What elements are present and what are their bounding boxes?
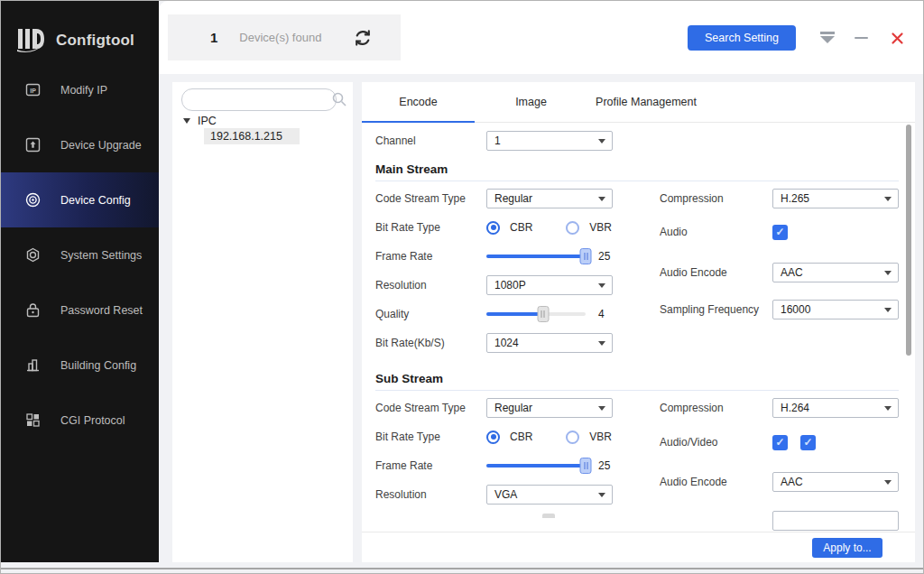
audio-encode-select[interactable]: AAC [772,472,899,492]
chevron-down-icon [884,271,892,275]
code-stream-type-row: Code Stream Type Regular [375,398,651,418]
resolution-value: 1080P [494,279,526,292]
sub-stream-left-column: Code Stream Type Regular Bit Rate Type C… [375,398,651,514]
form-footer: Apply to... [362,532,915,562]
resolution-select[interactable]: VGA [486,485,613,505]
device-search-input[interactable] [181,88,337,111]
audio-encode-label: Audio Encode [660,476,772,488]
tree-group-ipc[interactable]: IPC [183,115,217,127]
tab-image[interactable]: Image [475,82,587,122]
password-reset-icon [25,302,41,318]
sampling-frequency-label: Sampling Frequency [660,303,772,316]
tab-profile-management[interactable]: Profile Management [587,82,705,122]
slider-handle[interactable] [580,248,592,264]
resolution-row: Resolution 1080P [375,275,651,295]
sub-stream-title: Sub Stream [375,372,443,385]
frame-rate-row: Frame Rate 25 [375,246,651,266]
quality-row: Quality 4 [375,304,651,324]
code-stream-type-label: Code Stream Type [375,402,486,414]
frame-rate-value: 25 [598,250,610,263]
tree-group-label: IPC [198,115,217,127]
code-stream-type-select[interactable]: Regular [486,398,613,418]
compression-select[interactable]: H.264 [772,398,899,418]
apply-to-button[interactable]: Apply to... [812,538,882,558]
channel-row: Channel 1 [375,131,651,151]
chevron-down-icon [598,139,605,144]
resolution-row: Resolution VGA [375,485,651,505]
bit-rate-row: Bit Rate(Kb/S) 1024 [375,333,651,353]
radio-vbr[interactable] [566,221,579,235]
chevron-down-icon [598,406,605,411]
app-title: Configtool [56,32,134,50]
sidebar-item-label: CGI Protocol [60,414,125,427]
compression-select[interactable]: H.265 [772,189,899,208]
sidebar-item-system-settings[interactable]: System Settings [1,227,159,282]
slider-handle[interactable] [537,306,549,322]
sidebar-item-label: System Settings [60,249,142,262]
device-config-icon [25,192,41,208]
sidebar-item-label: Password Reset [60,304,143,317]
search-setting-button[interactable]: Search Setting [688,25,796,51]
sidebar-item-label: Device Config [60,194,131,207]
bit-rate-select[interactable]: 1024 [486,333,613,353]
audio-encode-row: Audio Encode AAC [660,472,901,492]
search-icon[interactable] [331,91,347,111]
audio-encode-select[interactable]: AAC [772,263,899,282]
close-icon[interactable] [887,28,907,48]
quality-slider[interactable] [486,305,586,323]
main-stream-title: Main Stream [375,162,448,176]
tab-encode[interactable]: Encode [362,82,475,122]
quality-value: 4 [598,308,605,320]
sampling-frequency-select[interactable]: 16000 [772,300,899,319]
audio-video-row: Audio/Video [660,432,901,452]
sidebar-item-device-config[interactable]: Device Config [1,172,159,227]
device-upgrade-icon [25,137,41,153]
sidebar-item-label: Building Config [60,359,136,372]
sidebar-item-label: Modify IP [60,84,107,97]
devices-found-label: Device(s) found [239,31,321,44]
frame-rate-slider[interactable] [486,457,586,475]
sampling-frequency-select-partial[interactable] [772,511,899,531]
frame-rate-row: Frame Rate 25 [375,456,651,476]
resolution-select[interactable]: 1080P [486,275,613,295]
compression-label: Compression [660,192,772,205]
sidebar-item-building-config[interactable]: Building Config [1,338,159,393]
radio-cbr[interactable] [486,221,500,235]
vertical-scrollbar[interactable] [906,125,911,356]
tree-device-item[interactable]: 192.168.1.215 [204,128,300,144]
sidebar-item-password-reset[interactable]: Password Reset [1,282,159,338]
minimize-icon[interactable] [851,28,871,48]
slider-handle[interactable] [580,458,592,474]
frame-rate-label: Frame Rate [375,250,486,263]
video-checkbox[interactable] [800,435,816,450]
channel-select[interactable]: 1 [486,131,613,151]
quality-slider-partial[interactable] [542,514,555,518]
refresh-icon[interactable] [352,27,374,49]
channel-value: 1 [494,134,501,147]
audio-checkbox[interactable] [772,435,788,450]
sidebar-item-cgi-protocol[interactable]: CGI Protocol [1,393,159,448]
sidebar-item-modify-ip[interactable]: IP Modify IP [1,62,159,117]
chevron-down-icon [884,197,892,201]
sampling-frequency-row: Sampling Frequency 16000 [660,300,901,319]
sidebar: Configtool IP Modify IP Device Upgrade D… [1,1,159,562]
sub-stream-right-column: Compression H.264 Audio/Video Audio Enco… [660,398,901,501]
compression-value: H.264 [781,402,809,414]
device-count: 1 [210,30,217,45]
tree-expand-icon[interactable] [183,118,190,124]
main-stream-right-column: Compression H.265 Audio Audio Encode AAC… [660,189,901,329]
sidebar-item-device-upgrade[interactable]: Device Upgrade [1,117,159,172]
audio-checkbox[interactable] [772,225,788,240]
radio-vbr[interactable] [566,430,579,444]
cgi-protocol-icon [25,412,41,428]
audio-video-label: Audio/Video [660,436,772,449]
bit-rate-type-row: Bit Rate Type CBR VBR [375,218,651,237]
code-stream-type-label: Code Stream Type [375,192,486,205]
audio-row: Audio [660,222,901,242]
radio-cbr[interactable] [486,430,500,444]
skin-menu-icon[interactable] [818,28,837,48]
frame-rate-slider[interactable] [486,247,586,265]
divider [375,390,899,391]
window-bottom-border [1,568,923,569]
code-stream-type-select[interactable]: Regular [486,189,613,208]
